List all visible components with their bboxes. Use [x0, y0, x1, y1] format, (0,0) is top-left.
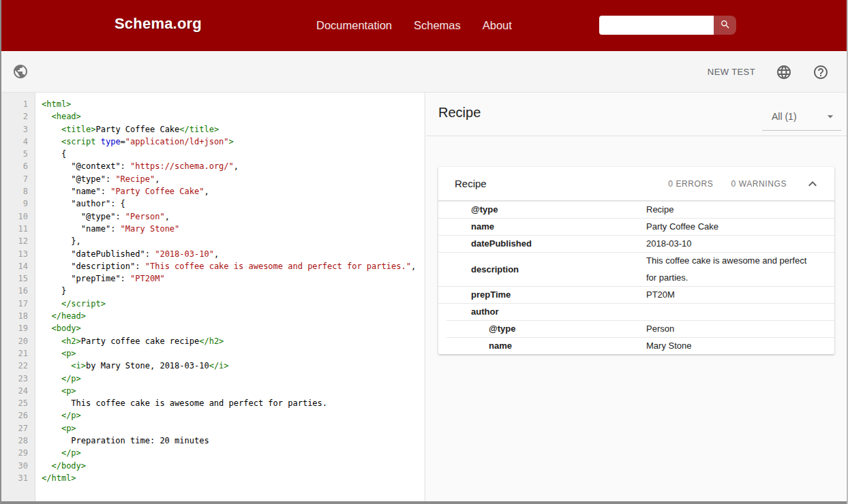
line-number: 5 [1, 148, 35, 160]
code-line[interactable]: </p> [42, 447, 425, 459]
main-split: 1234567891011121314151617181920212223242… [1, 93, 847, 501]
results-filter-dropdown[interactable]: All (1) [762, 102, 841, 131]
search-input[interactable] [599, 16, 714, 35]
results-pane: Recipe All (1) Recipe 0 ERRORS 0 WARNING… [426, 93, 847, 501]
test-toolbar: NEW TEST [1, 51, 847, 93]
result-card-header[interactable]: Recipe 0 ERRORS 0 WARNINGS [438, 167, 834, 201]
result-card: Recipe 0 ERRORS 0 WARNINGS @typeRecipena… [438, 167, 834, 354]
row-divider [438, 303, 834, 304]
line-number: 14 [1, 260, 35, 272]
line-number: 31 [1, 472, 35, 484]
code-line[interactable]: "name": "Mary Stone" [42, 223, 425, 235]
property-key: datePublished [438, 238, 646, 249]
code-line[interactable]: "author": { [42, 198, 425, 210]
code-line[interactable]: <p> [42, 347, 425, 360]
code-line[interactable]: <i>by Mary Stone, 2018-03-10</i> [42, 360, 425, 372]
line-number: 28 [1, 435, 35, 447]
line-number: 20 [1, 335, 35, 347]
code-line[interactable]: "@type": "Person", [42, 210, 425, 223]
line-number: 25 [1, 397, 35, 409]
row-divider [446, 320, 834, 321]
property-table: @typeRecipenameParty Coffee CakedatePubl… [438, 201, 834, 354]
line-number: 6 [1, 160, 35, 172]
code-line[interactable]: <script type="application/ld+json"> [42, 136, 425, 148]
code-line[interactable]: </body> [42, 460, 425, 472]
new-test-button[interactable]: NEW TEST [708, 67, 755, 77]
code-line[interactable]: <title>Party Coffee Cake</title> [42, 123, 425, 136]
row-divider [446, 337, 834, 338]
code-line[interactable]: "@type": "Recipe", [42, 173, 425, 185]
detected-type-title: Recipe [438, 105, 481, 121]
result-row[interactable]: @typePerson [438, 320, 834, 337]
property-value: Person [646, 320, 834, 337]
toolbar-actions: NEW TEST [708, 51, 829, 93]
code-line[interactable]: <p> [42, 385, 425, 397]
result-row[interactable]: prepTimePT20M [438, 286, 834, 303]
result-row[interactable]: author [438, 303, 834, 320]
search-icon [720, 19, 731, 32]
code-line[interactable]: "name": "Party Coffee Cake", [42, 185, 425, 198]
result-row[interactable]: @typeRecipe [438, 201, 834, 218]
code-line[interactable]: </html> [42, 472, 425, 484]
code-line[interactable]: </head> [42, 310, 425, 322]
code-line[interactable]: "description": "This coffee cake is awes… [42, 260, 425, 272]
line-number: 2 [1, 110, 35, 123]
code-line[interactable]: <head> [42, 110, 425, 123]
property-key: description [438, 264, 646, 274]
code-line[interactable]: }, [42, 235, 425, 247]
code-line[interactable]: "prepTime": "PT20M" [42, 272, 425, 285]
site-search [599, 16, 736, 35]
validator-window: Schema.org Documentation Schemas About N… [0, 0, 848, 504]
warnings-count: 0 WARNINGS [731, 179, 787, 189]
line-number: 12 [1, 235, 35, 247]
line-number: 3 [1, 123, 35, 136]
schema-org-logo[interactable]: Schema.org [115, 15, 202, 33]
line-number: 21 [1, 347, 35, 360]
code-line[interactable]: </p> [42, 373, 425, 385]
code-line[interactable]: <p> [42, 422, 425, 435]
property-value: Mary Stone [646, 337, 834, 354]
code-line[interactable]: This coffee cake is awesome and perfect … [42, 397, 425, 409]
language-globe-icon[interactable] [776, 64, 792, 80]
result-row[interactable]: datePublished2018-03-10 [438, 235, 834, 252]
nav-about[interactable]: About [483, 19, 512, 32]
code-area[interactable]: <html> <head> <title>Party Coffee Cake</… [36, 93, 425, 501]
result-row[interactable]: nameMary Stone [438, 337, 834, 354]
line-number: 17 [1, 298, 35, 310]
help-icon[interactable] [813, 64, 829, 80]
code-editor[interactable]: 1234567891011121314151617181920212223242… [1, 93, 425, 501]
property-value: This coffee cake is awesome and perfect … [646, 252, 834, 286]
line-number-gutter: 1234567891011121314151617181920212223242… [1, 93, 35, 501]
line-number: 29 [1, 447, 35, 459]
horizontal-scrollbar[interactable] [1, 501, 847, 504]
line-number: 10 [1, 210, 35, 223]
code-line[interactable]: <h2>Party coffee cake recipe</h2> [42, 335, 425, 347]
line-number: 24 [1, 385, 35, 397]
nav-documentation[interactable]: Documentation [316, 19, 392, 32]
property-key: @type [438, 204, 646, 215]
code-line[interactable]: } [42, 285, 425, 297]
line-number: 4 [1, 136, 35, 148]
main-nav: Documentation Schemas About [316, 0, 512, 51]
chevron-down-icon [823, 110, 837, 123]
search-button[interactable] [714, 16, 736, 35]
code-line[interactable]: <body> [42, 322, 425, 334]
result-row[interactable]: descriptionThis coffee cake is awesome a… [438, 252, 834, 286]
property-key: prepTime [438, 289, 646, 300]
line-number: 11 [1, 223, 35, 235]
code-line[interactable]: Preparation time: 20 minutes [42, 435, 425, 447]
code-line[interactable]: "datePublished": "2018-03-10", [42, 248, 425, 260]
code-line[interactable]: </script> [42, 298, 425, 310]
result-row[interactable]: nameParty Coffee Cake [438, 218, 834, 235]
globe-icon[interactable] [12, 63, 29, 80]
code-line[interactable]: <html> [42, 98, 425, 110]
line-number: 30 [1, 460, 35, 472]
code-line[interactable]: { [42, 148, 425, 160]
line-number: 15 [1, 272, 35, 285]
code-line[interactable]: </p> [42, 409, 425, 422]
nav-schemas[interactable]: Schemas [414, 19, 461, 32]
chevron-up-icon[interactable] [804, 176, 821, 192]
code-line[interactable]: "@context": "https://schema.org/", [42, 160, 425, 172]
property-key: author [438, 306, 646, 317]
results-header: Recipe All (1) [426, 93, 847, 136]
